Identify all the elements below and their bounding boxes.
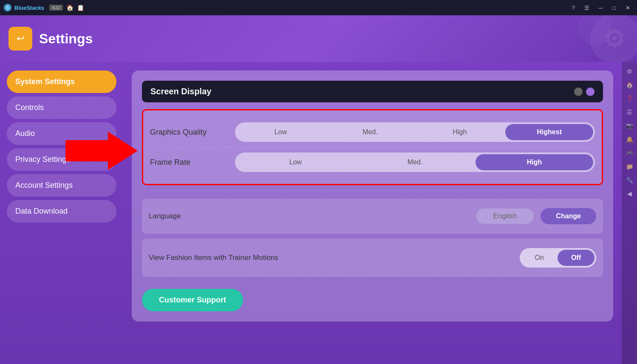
toggle-dot-2 (586, 87, 595, 96)
back-button[interactable]: ↩ (8, 27, 32, 51)
sidebar-item-account-settings[interactable]: Account Settings (7, 174, 116, 197)
graphics-quality-high[interactable]: High (416, 124, 504, 140)
close-button[interactable]: ✕ (622, 2, 634, 14)
svg-marker-5 (65, 132, 138, 170)
right-icon-10[interactable]: ◀ (623, 188, 635, 200)
svg-text:⚙: ⚙ (603, 24, 626, 53)
screen-display-title: Screen Display (150, 87, 211, 96)
fashion-items-label: View Fashion Items with Trainer Motions (149, 254, 520, 262)
customer-support-button[interactable]: Customer Support (142, 289, 243, 311)
right-icon-1[interactable]: ⚙ (623, 65, 635, 77)
frame-rate-med[interactable]: Med. (356, 154, 474, 170)
screen-display-header: Screen Display (142, 81, 603, 102)
right-icon-8[interactable]: 📁 (623, 161, 635, 172)
svg-text:B: B (6, 6, 9, 10)
language-change-button[interactable]: Change (541, 208, 596, 224)
toggle-dot-1 (574, 87, 583, 96)
minimize-button[interactable]: ─ (595, 2, 606, 14)
graphics-quality-label: Graphics Quality (150, 128, 235, 137)
graphics-quality-highest[interactable]: Highest (505, 124, 593, 140)
fashion-items-row: View Fashion Items with Trainer Motions … (149, 240, 596, 275)
frame-rate-low[interactable]: Low (237, 154, 354, 170)
settings-card: Screen Display (132, 71, 613, 322)
language-label: Language (149, 212, 476, 220)
title-bar-icons: 🏠 📋 (66, 4, 84, 11)
main-content: System Settings Controls Audio Privacy S… (0, 62, 637, 364)
help-icon[interactable]: ? (567, 2, 579, 14)
language-section: Language English Change (142, 199, 603, 234)
sidebar-item-system-settings[interactable]: System Settings (7, 71, 116, 93)
title-bar: B BlueStacks N32 🏠 📋 ? ☰ ─ □ ✕ (0, 0, 637, 15)
red-arrow-annotation (65, 132, 138, 170)
right-icon-9[interactable]: 🔧 (623, 174, 635, 186)
window-controls: ? ☰ ─ □ ✕ (567, 2, 634, 14)
right-icon-7[interactable]: 🎮 (623, 147, 635, 159)
fashion-items-options: On Off (520, 248, 596, 268)
fashion-items-section: View Fashion Items with Trainer Motions … (142, 239, 603, 277)
graphics-quality-med[interactable]: Med. (326, 124, 414, 140)
frame-rate-options: Low Med. High (235, 152, 595, 172)
right-icon-3[interactable]: ❓ (623, 93, 635, 104)
header-decoration: ⚙ (510, 15, 637, 62)
right-icon-4[interactable]: ☰ (623, 106, 635, 118)
app-window: ↩ Settings ⚙ System Settings Controls Au… (0, 15, 637, 364)
maximize-button[interactable]: □ (608, 2, 620, 14)
app-logo: B (3, 3, 12, 12)
graphics-quality-low[interactable]: Low (237, 124, 325, 140)
app-name: BlueStacks (14, 5, 44, 11)
content-panel: Screen Display (123, 62, 622, 364)
copy-icon[interactable]: 📋 (77, 4, 84, 11)
back-icon: ↩ (17, 33, 24, 44)
screen-display-toggle (574, 87, 595, 96)
frame-rate-row: Frame Rate Low Med. High (150, 147, 595, 177)
frame-rate-label: Frame Rate (150, 158, 235, 167)
graphics-quality-row: Graphics Quality Low Med. High Highest (150, 117, 595, 147)
fashion-items-off[interactable]: Off (558, 250, 595, 266)
page-title: Settings (39, 31, 93, 47)
app-badge: N32 (49, 5, 63, 11)
right-icon-6[interactable]: 🔔 (623, 133, 635, 145)
right-icon-2[interactable]: 🏠 (623, 79, 635, 91)
sidebar: System Settings Controls Audio Privacy S… (0, 62, 123, 364)
right-icon-5[interactable]: 📷 (623, 120, 635, 132)
app-header: ↩ Settings ⚙ (0, 15, 637, 62)
sidebar-item-controls[interactable]: Controls (7, 96, 116, 119)
language-value: English (476, 209, 534, 224)
fashion-items-on[interactable]: On (521, 250, 558, 266)
right-icons-bar: ⚙ 🏠 ❓ ☰ 📷 🔔 🎮 📁 🔧 ◀ (622, 62, 637, 364)
frame-rate-high[interactable]: High (476, 154, 593, 170)
sidebar-item-data-download[interactable]: Data Download (7, 200, 116, 223)
highlighted-section: Graphics Quality Low Med. High Highest F… (142, 109, 603, 185)
language-row: Language English Change (149, 200, 596, 232)
home-icon[interactable]: 🏠 (66, 4, 74, 11)
graphics-quality-options: Low Med. High Highest (235, 122, 595, 142)
menu-icon[interactable]: ☰ (581, 2, 593, 14)
